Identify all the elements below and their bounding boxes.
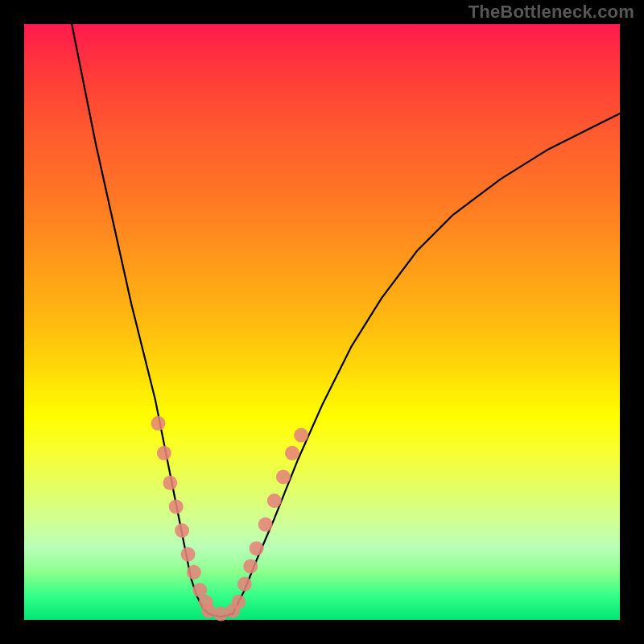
data-dot — [163, 476, 177, 490]
data-dot — [151, 416, 166, 431]
data-dot — [267, 493, 282, 508]
data-dot — [175, 523, 189, 538]
series-container — [72, 24, 620, 621]
data-dot — [285, 446, 299, 460]
curve-right-curve — [233, 114, 620, 614]
data-dot — [294, 428, 308, 443]
data-dot — [169, 499, 184, 514]
data-dot — [243, 559, 258, 573]
data-dot — [237, 577, 252, 592]
plot-area — [24, 24, 620, 620]
data-dot — [258, 518, 273, 532]
data-dot — [276, 469, 291, 484]
data-dot — [157, 446, 171, 460]
curve-left-curve — [72, 24, 208, 614]
data-dot — [187, 565, 201, 580]
chart-frame: TheBottleneck.com — [0, 0, 644, 644]
data-dot — [181, 547, 196, 562]
watermark-text: TheBottleneck.com — [469, 2, 634, 23]
data-dot — [250, 541, 264, 555]
data-dot — [231, 595, 246, 609]
chart-svg — [24, 24, 620, 620]
